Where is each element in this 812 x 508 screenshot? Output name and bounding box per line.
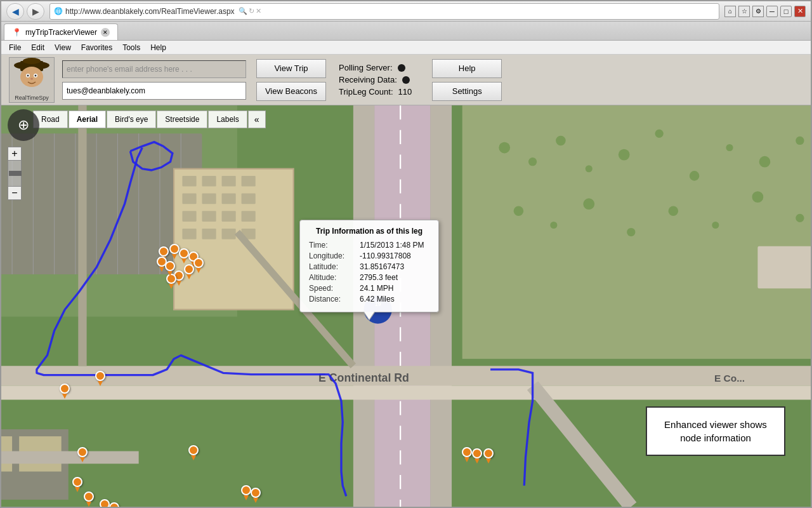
menu-help[interactable]: Help [145,41,171,55]
trip-row-label: Longitude: [309,251,360,260]
svg-rect-34 [222,211,236,222]
trip-row-value: 6.42 Miles [360,295,395,304]
menu-tools[interactable]: Tools [117,41,145,55]
menu-edit[interactable]: Edit [26,41,49,55]
email-input[interactable] [62,82,246,100]
svg-rect-29 [202,194,216,204]
map-pin[interactable] [165,261,175,276]
map-toolbar: Road Aerial Bird's eye Streetside Labels… [33,110,266,128]
close-button[interactable]: ✕ [794,6,806,17]
zoom-slider-thumb [9,171,22,176]
zoom-out-button[interactable]: − [8,186,22,200]
polling-server-row: Polling Server: [339,63,412,72]
map-pin[interactable] [188,445,199,460]
map-pin[interactable] [60,384,70,399]
zoom-slider-track[interactable] [8,161,22,186]
svg-rect-26 [222,176,236,187]
tripleg-count-row: TripLeg Count: 110 [339,87,412,97]
active-tab[interactable]: 📍 myTripTrackerViewer ✕ [4,23,118,40]
svg-rect-22 [174,169,293,310]
gear-icon[interactable]: ⚙ [752,6,764,17]
menu-file[interactable]: File [4,41,26,55]
map-pin[interactable] [100,499,110,507]
back-button[interactable]: ◀ [6,3,24,20]
svg-point-8 [30,77,33,79]
menu-view[interactable]: View [49,41,76,55]
email-placeholder-display: enter phone's email address here . . . [62,60,246,78]
tab-label: myTripTrackerViewer [25,28,97,37]
address-icon: 🌐 [54,7,63,15]
map-aerial-button[interactable]: Aerial [69,110,106,128]
maximize-button[interactable]: □ [780,6,792,17]
minimize-button[interactable]: ─ [766,6,778,17]
zoom-in-button[interactable]: + [8,147,22,161]
window-controls: ⌂ ☆ ⚙ ─ □ ✕ [724,6,806,17]
enhanced-note-line1: Enhanced viewer shows [664,419,767,430]
svg-rect-38 [222,229,236,239]
tab-bar: 📍 myTripTrackerViewer ✕ [1,22,811,41]
svg-point-60 [796,137,804,145]
map-birds-eye-button[interactable]: Bird's eye [107,110,156,128]
map-pin[interactable] [95,371,105,386]
map-pin[interactable] [462,447,472,462]
svg-point-53 [556,136,566,146]
trip-row-label: Distance: [309,295,360,304]
header-buttons: View Trip View Beacons [256,59,326,101]
nav-icon: ⌂ [724,6,736,17]
refresh-icon: ↻ [249,7,254,15]
trip-row-value: 31.85167473 [360,262,404,271]
forward-button[interactable]: ▶ [27,3,44,20]
map-collapse-button[interactable]: « [248,110,266,128]
map-pin[interactable] [251,488,261,503]
map-pin[interactable] [184,264,194,279]
trip-popup-row: Longitude: -110.99317808 [309,251,429,260]
svg-rect-47 [1,385,811,399]
svg-point-56 [655,130,664,138]
trip-popup-row: Time: 1/15/2013 1:48 PM [309,241,429,250]
map-pin[interactable] [472,448,482,464]
view-trip-button[interactable]: View Trip [256,59,326,78]
trip-row-label: Time: [309,241,360,250]
svg-point-69 [796,214,804,222]
logo-box: RealTimeSpy [9,57,55,103]
svg-rect-71 [757,246,811,289]
menu-favorites[interactable]: Favorites [76,41,117,55]
map-pin[interactable] [483,448,494,464]
trip-row-label: Latitude: [309,262,360,271]
map-pin[interactable] [77,447,88,462]
tab-close-button[interactable]: ✕ [101,28,110,37]
map-labels-button[interactable]: Labels [208,110,247,128]
trip-popup-row: Speed: 24.1 MPH [309,284,429,293]
address-bar[interactable]: 🌐 http://www.deanblakely.com/RealTimeVie… [49,3,719,20]
title-bar: ◀ ▶ 🌐 http://www.deanblakely.com/RealTim… [1,1,811,22]
svg-point-68 [752,191,764,203]
map-pin[interactable] [72,477,82,492]
star-icon[interactable]: ☆ [738,6,750,17]
view-beacons-button[interactable]: View Beacons [256,82,326,101]
help-button[interactable]: Help [432,59,502,78]
map-pin[interactable] [84,491,94,507]
map-compass[interactable]: ⊕ [8,109,39,141]
polling-dot [398,64,405,72]
trip-row-value: 2795.3 feet [360,273,398,282]
map-pin[interactable] [179,248,189,264]
receiving-data-row: Receiving Data: [339,75,412,84]
map-pin[interactable] [169,244,180,259]
map-pin[interactable] [241,485,251,500]
logo-image [13,58,51,95]
map-pin[interactable] [193,258,204,273]
map-streetside-button[interactable]: Streetside [157,110,207,128]
svg-point-51 [499,142,510,154]
trip-popup-row: Latitude: 31.85167473 [309,262,429,271]
trip-popup-title: Trip Information as of this leg [309,227,429,236]
polling-info: Polling Server: Receiving Data: TripLeg … [339,63,412,97]
header-inputs-area: enter phone's email address here . . . [62,60,246,100]
compass-icon: ⊕ [18,117,29,133]
svg-rect-37 [202,229,216,239]
svg-point-59 [759,156,771,168]
map-container[interactable]: 19 E Continental Rd E Co... [1,105,811,507]
map-pin[interactable] [109,502,119,507]
svg-point-62 [514,206,524,217]
settings-button[interactable]: Settings [432,82,502,101]
trip-popup-row: Altitude: 2795.3 feet [309,273,429,282]
